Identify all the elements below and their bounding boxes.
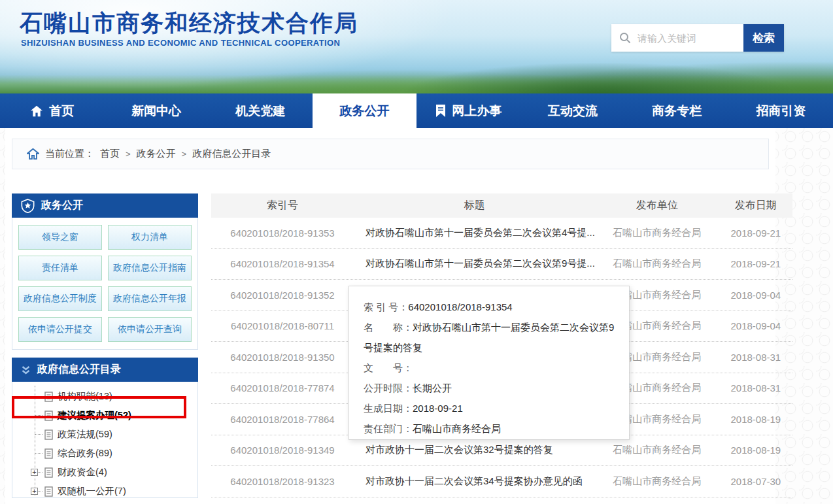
sidebar-button-apply-query[interactable]: 依申请公开查询 (108, 317, 192, 342)
panel2-title: 政府信息公开目录 (37, 363, 121, 377)
cell-title-link[interactable]: 对市政协十一届二次会议第34号提案协办意见的函 (354, 475, 595, 488)
popup-row-disclosure-term: 公开时限：长期公开 (364, 378, 615, 398)
expand-icon[interactable] (31, 469, 38, 476)
popup-label: 责任部门： (364, 423, 413, 434)
column-header-title: 标题 (354, 199, 595, 212)
table-row: 640201018/2018-91353 对政协石嘴山市第十一届委员会第二次会议… (211, 218, 792, 249)
catalog-tree: 机构职能(13) 建议提案办理(52) (35, 387, 197, 501)
sidebar-button-apply-submit[interactable]: 依申请公开提交 (18, 317, 102, 342)
site-title: 石嘴山市商务和经济技术合作局 (20, 8, 358, 39)
sidebar-button-disclosure-system[interactable]: 政府信息公开制度 (18, 286, 102, 311)
cell-date: 2018-09-04 (719, 290, 792, 301)
sidebar-button-leaders-window[interactable]: 领导之窗 (18, 225, 102, 250)
nav-label: 新闻中心 (131, 103, 181, 120)
nav-item-home[interactable]: 首页 (0, 93, 104, 128)
popup-label: 公开时限： (364, 382, 413, 394)
document-icon (44, 448, 53, 459)
search-button[interactable]: 检索 (743, 24, 784, 52)
sidebar-button-power-list[interactable]: 权力清单 (108, 225, 192, 250)
chevron-double-down-icon (21, 365, 31, 375)
shield-star-icon (21, 199, 35, 213)
popup-row-doc-number: 文 号： (364, 358, 615, 378)
cell-date: 2018-08-31 (719, 352, 792, 363)
tree-item-label: 政策法规(59) (58, 428, 112, 441)
breadcrumb-label: 当前位置： (45, 148, 94, 160)
nav-item-online-services[interactable]: 网上办事 (416, 93, 520, 128)
cell-date: 2018-09-21 (719, 258, 792, 269)
tree-item-double-random[interactable]: 双随机一公开(7) (35, 482, 197, 501)
document-icon (44, 392, 53, 402)
table-row: 640201018/2018-91354 对政协石嘴山市第十一届委员会第二次会议… (211, 249, 792, 280)
search-box[interactable] (611, 24, 743, 52)
tree-connector (35, 396, 42, 397)
nav-item-news[interactable]: 新闻中心 (104, 93, 208, 128)
popup-label: 索 引 号： (364, 301, 408, 312)
tree-item-fiscal-funds[interactable]: 财政资金(4) (35, 463, 197, 482)
sidebar-panel1-header: 政务公开 (12, 193, 198, 218)
record-detail-popup: 索 引 号：640201018/2018-91354 名 称：对政协石嘴山市第十… (348, 286, 630, 440)
tree-item-label: 建议提案办理(52) (58, 409, 131, 422)
cell-date: 2018-09-04 (719, 320, 792, 331)
breadcrumb-separator: > (182, 149, 187, 159)
tree-item-label: 财政资金(4) (58, 466, 107, 479)
site-subtitle: SHIZUISHAN BUSINESS AND ECONOMIC AND TEC… (21, 38, 340, 48)
nav-item-interaction[interactable]: 互动交流 (520, 93, 624, 128)
nav-item-party[interactable]: 机关党建 (209, 93, 313, 128)
catalog-tree-panel: 机构职能(13) 建议提案办理(52) (12, 382, 198, 498)
table-header: 索引号 标题 发布单位 发布日期 (211, 193, 792, 218)
column-header-index: 索引号 (211, 199, 354, 212)
breadcrumb-item-disclosure[interactable]: 政务公开 (137, 148, 176, 160)
cell-unit: 石嘴山市商务经合局 (595, 227, 719, 239)
cell-date: 2018-08-31 (719, 382, 792, 394)
cell-index: 640201018/2018-91352 (211, 290, 354, 301)
main-nav: 首页 新闻中心 机关党建 政务公开 网上办事 互动交流 商务专栏 招商引资 (0, 93, 833, 128)
document-icon (44, 486, 53, 497)
home-icon (30, 105, 43, 117)
tree-item-label: 机构职能(13) (58, 390, 112, 403)
nav-label: 商务专栏 (652, 103, 702, 120)
table-row: 640201018/2018-91323 对市政协十一届二次会议第34号提案协办… (211, 466, 792, 497)
breadcrumb-item-catalog[interactable]: 政府信息公开目录 (192, 148, 271, 160)
column-header-unit: 发布单位 (595, 199, 719, 212)
breadcrumb-item-home[interactable]: 首页 (100, 148, 120, 160)
tree-item-proposals[interactable]: 建议提案办理(52) (35, 406, 197, 425)
sidebar-button-annual-report[interactable]: 政府信息公开年报 (108, 286, 192, 311)
sidebar: 政务公开 领导之窗 权力清单 责任清单 政府信息公开指南 政府信息公开制度 政府… (12, 193, 198, 498)
document-icon (44, 429, 53, 440)
panel1-title: 政务公开 (41, 199, 83, 212)
breadcrumb: 当前位置： 首页 > 政务公开 > 政府信息公开目录 (12, 139, 769, 169)
popup-value: 长期公开 (413, 382, 452, 394)
tree-item-general-affairs[interactable]: 综合政务(89) (35, 444, 197, 463)
nav-label: 招商引资 (756, 103, 806, 120)
nav-label: 互动交流 (548, 103, 598, 120)
tree-connector (35, 415, 42, 416)
sidebar-panel2: 政府信息公开目录 (12, 358, 198, 498)
search-input[interactable] (638, 33, 736, 44)
cell-date: 2018-08-19 (719, 414, 792, 425)
tree-item-label: 综合政务(89) (58, 447, 112, 460)
cell-unit: 石嘴山市商务经合局 (595, 444, 719, 456)
nav-item-investment[interactable]: 招商引资 (729, 93, 833, 128)
cell-title-link[interactable]: 对市政协十一届二次会议第32号提案的答复 (354, 444, 595, 456)
nav-item-business-column[interactable]: 商务专栏 (625, 93, 729, 128)
tree-connector (35, 434, 42, 435)
tree-item-policies[interactable]: 政策法规(59) (35, 425, 197, 444)
search-icon (619, 32, 631, 44)
cell-index: 640201018/2018-77874 (211, 382, 354, 394)
popup-row-index: 索 引 号：640201018/2018-91354 (364, 297, 615, 317)
nav-label: 网上办事 (452, 103, 502, 120)
popup-value: 640201018/2018-91354 (408, 301, 512, 312)
popup-label: 名 称： (364, 322, 413, 333)
cell-title-link[interactable]: 对政协石嘴山市第十一届委员会第二次会议第9号提... (354, 258, 595, 270)
popup-row-name: 名 称：对政协石嘴山市第十一届委员会第二次会议第9号提案的答复 (364, 317, 615, 358)
sidebar-button-disclosure-guide[interactable]: 政府信息公开指南 (108, 256, 192, 280)
sidebar-button-responsibility-list[interactable]: 责任清单 (18, 256, 102, 280)
document-icon (44, 411, 53, 421)
cell-index: 640201018/2018-91349 (211, 445, 354, 456)
nav-item-gov-disclosure[interactable]: 政务公开 (313, 93, 416, 128)
tree-item-org-functions[interactable]: 机构职能(13) (35, 387, 197, 406)
breadcrumb-separator: > (126, 149, 131, 159)
expand-icon[interactable] (31, 488, 38, 495)
cell-title-link[interactable]: 对政协石嘴山市第十一届委员会第二次会议第4号提... (354, 227, 595, 239)
sidebar-panel2-header: 政府信息公开目录 (12, 358, 198, 382)
